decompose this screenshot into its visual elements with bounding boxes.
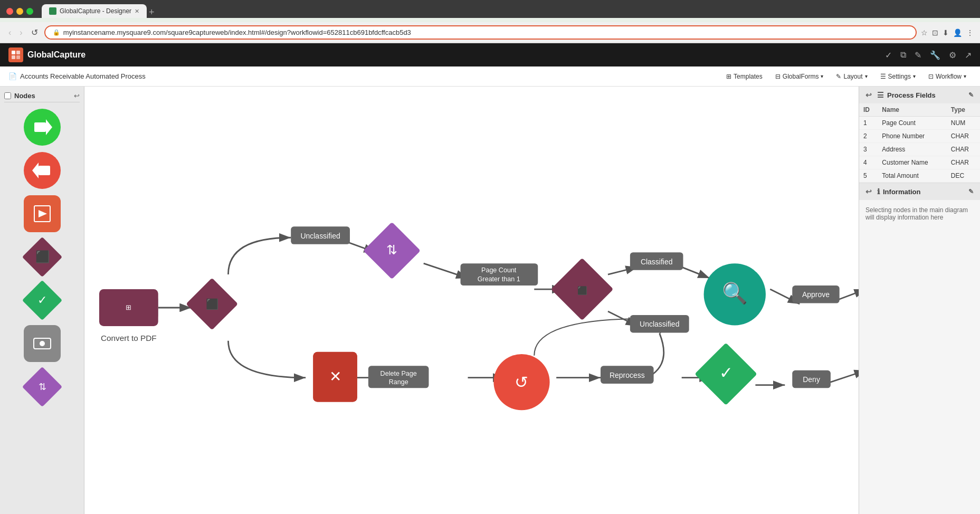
settings-button[interactable]: ☰ Settings ▾	[875, 71, 921, 82]
app-header: GlobalCapture ✓ ⧉ ✎ 🔧 ⚙ ↗	[0, 43, 980, 66]
svg-text:🔍: 🔍	[722, 281, 748, 306]
entry-node-icon[interactable]	[24, 109, 61, 146]
field-id: 2	[859, 130, 878, 143]
download-icon[interactable]: ⬇	[943, 28, 949, 37]
new-tab-button[interactable]: +	[149, 7, 155, 18]
settings-label: Settings	[888, 73, 911, 80]
classified-label: Classified	[630, 252, 683, 270]
svg-text:⇅: ⇅	[386, 242, 397, 257]
settings-icon: ☰	[880, 73, 886, 80]
layout-button[interactable]: ✎ Layout ▾	[831, 71, 872, 82]
field-name: Phone Number	[878, 130, 946, 143]
wrench-tool-icon[interactable]: 🔧	[930, 50, 940, 60]
svg-text:✕: ✕	[329, 368, 341, 385]
process-title-text: Accounts Receivable Automated Process	[20, 72, 146, 80]
approval-node-icon[interactable]: ✓	[24, 282, 61, 319]
svg-text:Greater than 1: Greater than 1	[478, 275, 520, 283]
svg-text:Delete Page: Delete Page	[380, 370, 417, 377]
sidebar-header: Nodes ↩	[4, 92, 80, 102]
convert-to-pdf-label: Convert to PDF	[101, 334, 157, 342]
classify-node: ⬛	[186, 278, 238, 330]
globalforms-icon: ⊟	[775, 73, 781, 80]
logo-icon	[8, 47, 23, 62]
information-edit-icon[interactable]: ✎	[968, 188, 974, 195]
col-type-header: Type	[947, 103, 980, 117]
table-row[interactable]: 5Total AmountDEC	[859, 169, 980, 183]
information-header: ↩ ℹ Information ✎	[859, 183, 980, 200]
svg-text:↺: ↺	[515, 373, 529, 392]
tab-title: GlobalCapture - Designer	[60, 7, 131, 15]
process-fields-back-icon[interactable]: ↩	[865, 91, 872, 99]
extensions-icon[interactable]: ⊡	[932, 28, 938, 37]
svg-line-19	[682, 267, 710, 278]
address-lock-icon: 🔒	[53, 29, 60, 36]
list-icon: ☰	[877, 91, 884, 99]
release-node-icon[interactable]	[24, 195, 61, 232]
information-title: Information	[883, 188, 921, 196]
layout-icon: ✎	[836, 73, 841, 80]
route-node-icon[interactable]: ⇅	[24, 368, 61, 405]
workflow-canvas[interactable]: ⊞ Convert to PDF ⬛ Unclassified ⇅ Page	[84, 87, 859, 514]
table-row[interactable]: 3AddressCHAR	[859, 143, 980, 156]
checkmark-tool-icon[interactable]: ✓	[885, 50, 892, 60]
browser-chrome: GlobalCapture - Designer ✕ +	[0, 0, 980, 18]
table-row[interactable]: 4Customer NameCHAR	[859, 156, 980, 169]
exit-node-icon[interactable]	[24, 152, 61, 189]
toolbar-actions: ⊞ Templates ⊟ GlobalForms ▾ ✎ Layout ▾ ☰…	[721, 71, 972, 82]
process-node-icon[interactable]	[24, 325, 61, 362]
svg-marker-6	[32, 163, 39, 178]
forward-nav-button[interactable]: ›	[17, 27, 24, 39]
address-bar[interactable]: 🔒 myinstancename.mysquare9.com/square9ca…	[44, 25, 917, 40]
reload-nav-button[interactable]: ↺	[29, 26, 40, 39]
pencil-tool-icon[interactable]: ✎	[915, 50, 921, 60]
templates-label: Templates	[734, 73, 763, 80]
workflow-label: Workflow	[936, 73, 962, 80]
field-name: Page Count	[878, 117, 946, 130]
workflow-button[interactable]: ⊡ Workflow ▾	[923, 71, 972, 82]
information-back-icon[interactable]: ↩	[865, 187, 872, 196]
active-tab[interactable]: GlobalCapture - Designer ✕	[42, 4, 147, 18]
share-tool-icon[interactable]: ↗	[965, 50, 972, 60]
table-row[interactable]: 2Phone NumberCHAR	[859, 130, 980, 143]
field-type: CHAR	[947, 130, 980, 143]
templates-button[interactable]: ⊞ Templates	[721, 71, 768, 82]
information-body: Selecting nodes in the main diagram will…	[859, 200, 980, 227]
back-nav-button[interactable]: ‹	[6, 27, 13, 39]
minimize-button[interactable]	[16, 8, 23, 15]
process-fields-edit-icon[interactable]: ✎	[968, 91, 974, 99]
layers-tool-icon[interactable]: ⧉	[900, 50, 906, 60]
route-diamond-node: ⇅	[363, 222, 421, 280]
right-panel: ↩ ☰ Process Fields ✎ ID Name Type 1Page …	[859, 87, 980, 514]
field-id: 1	[859, 117, 878, 130]
field-type: NUM	[947, 117, 980, 130]
app-logo: GlobalCapture	[8, 47, 85, 62]
table-row[interactable]: 1Page CountNUM	[859, 117, 980, 130]
browser-top: GlobalCapture - Designer ✕ +	[6, 4, 974, 18]
svg-text:Approve: Approve	[802, 290, 830, 299]
classify-node-icon[interactable]: ⬛	[24, 239, 61, 275]
page-count-label: Page Count Greater than 1	[461, 263, 538, 285]
browser-tabs: GlobalCapture - Designer ✕ +	[42, 4, 155, 18]
deny-label: Deny	[792, 370, 831, 388]
browser-nav: ‹ › ↺ 🔒 myinstancename.mysquare9.com/squ…	[0, 22, 980, 43]
field-type: DEC	[947, 169, 980, 183]
svg-marker-5	[46, 119, 52, 135]
unclassified-bottom-label: Unclassified	[630, 315, 689, 333]
maximize-button[interactable]	[26, 8, 33, 15]
nodes-checkbox[interactable]	[4, 92, 11, 99]
delete-doc-node: ✕	[313, 352, 357, 402]
reprocess-circle-node: ↺	[493, 354, 549, 410]
process-file-icon: 📄	[8, 72, 17, 80]
fields-table: ID Name Type 1Page CountNUM2Phone Number…	[859, 103, 980, 183]
gear-tool-icon[interactable]: ⚙	[949, 50, 956, 60]
tab-close-icon[interactable]: ✕	[135, 8, 139, 15]
svg-text:⬛: ⬛	[577, 285, 588, 296]
templates-icon: ⊞	[726, 73, 731, 80]
svg-text:Range: Range	[389, 378, 408, 386]
close-button[interactable]	[6, 8, 13, 15]
menu-icon[interactable]: ⋮	[966, 28, 974, 37]
profile-icon[interactable]: 👤	[953, 28, 962, 37]
sidebar-back-icon[interactable]: ↩	[74, 92, 80, 100]
globalforms-button[interactable]: ⊟ GlobalForms ▾	[770, 71, 829, 82]
bookmark-star-icon[interactable]: ☆	[921, 28, 928, 37]
